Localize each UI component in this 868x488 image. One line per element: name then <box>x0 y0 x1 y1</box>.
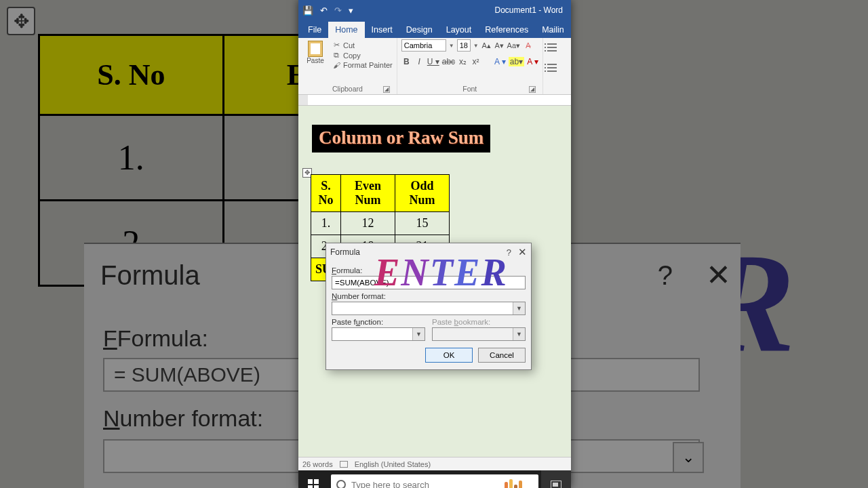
ok-button[interactable]: OK <box>425 348 473 363</box>
word-window: 💾 ↶ ↷ ▾ Document1 - Word File Home Inser… <box>298 0 571 488</box>
chevron-down-icon[interactable]: ▼ <box>412 328 425 340</box>
clear-format-button[interactable]: A̶ <box>523 41 533 50</box>
paste-function-label: Paste function: <box>332 318 425 326</box>
tab-mailings[interactable]: Mailin <box>535 22 571 38</box>
number-format-select[interactable]: ▼ <box>332 302 526 315</box>
chevron-down-icon[interactable]: ▼ <box>513 302 525 314</box>
font-name-input[interactable] <box>401 39 446 52</box>
close-button[interactable]: ✕ <box>518 246 527 258</box>
th-sno: S. No <box>311 175 341 212</box>
tab-file[interactable]: File <box>301 22 328 38</box>
paste-bookmark-select: ▼ <box>432 327 526 341</box>
grow-font-button[interactable]: A▴ <box>481 41 492 50</box>
ribbon-group-paragraph <box>543 38 561 94</box>
title-bar: 💾 ↶ ↷ ▾ Document1 - Word <box>298 0 571 20</box>
copy-button[interactable]: ⧉Copy <box>332 51 393 60</box>
font-launcher[interactable]: ◢ <box>529 86 536 93</box>
word-count[interactable]: 26 words <box>302 460 333 468</box>
cancel-button[interactable]: Cancel <box>478 348 526 363</box>
qat-customize-button[interactable]: ▾ <box>349 5 353 16</box>
ribbon-tabs: File Home Insert Design Layout Reference… <box>298 20 571 38</box>
taskbar: Type here to search <box>298 470 571 488</box>
dialog-title-bar[interactable]: Formula ? ✕ <box>326 243 531 261</box>
shrink-font-button[interactable]: A▾ <box>494 41 505 50</box>
start-button[interactable] <box>298 470 328 488</box>
qat-save-button[interactable]: 💾 <box>302 5 313 16</box>
windows-icon <box>308 479 319 488</box>
cut-button[interactable]: ✂Cut <box>332 41 393 49</box>
tab-home[interactable]: Home <box>328 22 364 38</box>
chevron-down-icon: ▼ <box>513 328 525 340</box>
ribbon-group-font: ▼ ▼ A▴ A▾ Aa▾ A̶ B I U ▾ abc x₂ x <box>397 38 543 94</box>
italic-button[interactable]: I <box>414 57 425 66</box>
font-name-dropdown[interactable]: ▼ <box>449 43 454 49</box>
ribbon: Paste ✂Cut ⧉Copy 🖌Format Painter Clipboa… <box>298 38 571 95</box>
bold-button[interactable]: B <box>401 57 412 66</box>
tab-layout[interactable]: Layout <box>439 22 479 38</box>
tab-insert[interactable]: Insert <box>365 22 399 38</box>
formula-dialog: Formula ? ✕ Formula: Number format: ▼ Pa… <box>326 243 532 370</box>
language-status[interactable]: English (United States) <box>355 460 431 468</box>
paste-icon <box>308 41 323 57</box>
font-size-input[interactable] <box>457 39 471 52</box>
underline-button[interactable]: U ▾ <box>427 57 439 66</box>
tab-references[interactable]: References <box>478 22 535 38</box>
format-painter-button[interactable]: 🖌Format Painter <box>332 61 393 69</box>
spellcheck-icon[interactable] <box>340 461 348 468</box>
paste-function-select[interactable]: ▼ <box>332 327 425 341</box>
formula-label: Formula: <box>332 266 526 274</box>
superscript-button[interactable]: x² <box>471 57 481 66</box>
font-size-dropdown[interactable]: ▼ <box>473 43 479 49</box>
text-effects-button[interactable]: A ▾ <box>494 57 506 66</box>
window-title: Document1 - Word <box>495 5 567 15</box>
table-row[interactable]: 1. 12 15 <box>311 212 450 235</box>
bg-move-handle: ✥ <box>7 7 35 35</box>
scissors-icon: ✂ <box>332 41 340 49</box>
search-icon <box>336 480 346 488</box>
strike-button[interactable]: abc <box>442 57 455 66</box>
brush-icon: 🖌 <box>332 61 340 69</box>
copy-icon: ⧉ <box>332 51 340 60</box>
highlight-button[interactable]: ab▾ <box>509 57 524 66</box>
font-group-label: Font ◢ <box>401 85 538 94</box>
tab-design[interactable]: Design <box>399 22 439 38</box>
task-view-icon <box>551 481 561 488</box>
task-view-button[interactable] <box>541 470 571 488</box>
change-case-button[interactable]: Aa▾ <box>507 41 520 50</box>
help-button[interactable]: ? <box>507 247 511 258</box>
clipboard-group-label: Clipboard ◢ <box>302 85 393 94</box>
number-format-label: Number format: <box>332 292 526 300</box>
formula-input[interactable] <box>332 276 526 289</box>
qat-redo-button[interactable]: ↷ <box>334 5 342 16</box>
search-placeholder: Type here to search <box>351 480 429 489</box>
document-page[interactable]: Column or Raw Sum ✥ S. No Even Num Odd N… <box>298 106 571 457</box>
doc-title-block: Column or Raw Sum <box>312 125 490 152</box>
paste-button[interactable]: Paste <box>302 39 328 85</box>
status-bar: 26 words English (United States) <box>298 457 571 470</box>
ribbon-group-clipboard: Paste ✂Cut ⧉Copy 🖌Format Painter Clipboa… <box>298 38 397 94</box>
doc-title: Column or Raw Sum <box>319 127 484 148</box>
paste-label: Paste <box>307 57 324 64</box>
horizontal-ruler[interactable] <box>298 95 571 106</box>
taskbar-search[interactable]: Type here to search <box>331 474 538 488</box>
subscript-button[interactable]: x₂ <box>458 57 468 66</box>
clipboard-launcher[interactable]: ◢ <box>383 86 390 93</box>
th-even: Even Num <box>341 175 395 212</box>
align-button[interactable] <box>547 62 557 79</box>
paste-bookmark-label: Paste bookmark: <box>432 318 526 326</box>
dialog-title: Formula <box>330 247 507 257</box>
fontcolor-button[interactable]: A ▾ <box>527 57 538 66</box>
qat-undo-button[interactable]: ↶ <box>320 5 328 16</box>
bullets-button[interactable] <box>547 42 557 58</box>
search-doodle <box>505 476 533 488</box>
th-odd: Odd Num <box>395 175 450 212</box>
